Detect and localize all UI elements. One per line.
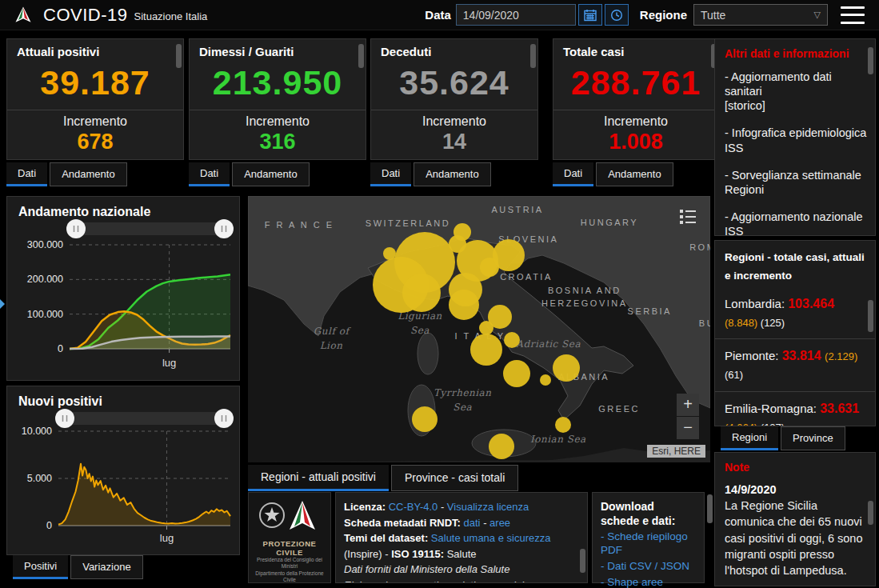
map-bubble[interactable]: [470, 334, 502, 366]
map-tabs: Regioni - attuali positivi Province - ca…: [248, 465, 521, 491]
map-bubble[interactable]: [412, 406, 438, 432]
regions-list: Lombardia: 103.464 (8.848) (125)Piemonte…: [715, 287, 875, 426]
nuovi-chart: 10.0005.0000lug: [7, 409, 239, 551]
time-slider-track[interactable]: [58, 412, 230, 425]
protezione-civile-logo-panel: PROTEZIONE CIVILE Presidenza del Consigl…: [248, 492, 331, 583]
scrollbar-thumb[interactable]: [580, 549, 585, 573]
map-bubble[interactable]: [540, 374, 551, 386]
logo-org-line1: Presidenza del Consiglio dei Ministri: [249, 557, 330, 570]
time-slider-handle-left[interactable]: [66, 219, 86, 238]
italy-map[interactable]: F R A N C ESWITZERLANDAUSTRIASLOVENIAHUN…: [248, 196, 710, 462]
hamburger-menu-button[interactable]: [841, 6, 865, 24]
tab-andamento[interactable]: Andamento: [232, 162, 310, 186]
app-header: COVID-19 Situazione Italia Data Regione: [0, 0, 879, 30]
tab-positivi[interactable]: Positivi: [13, 555, 68, 579]
inline-link[interactable]: Visualizza licenza: [447, 501, 529, 513]
map-bubble[interactable]: [553, 354, 580, 382]
stat-card-tabs: DatiAndamento: [189, 162, 312, 186]
regions-panel-title: Regioni - totale casi, attuali e increme…: [715, 241, 875, 287]
panel-expand-arrow[interactable]: [0, 299, 5, 309]
inline-link[interactable]: Salute umana e sicurezza: [431, 532, 551, 544]
info-link[interactable]: - Infografica epidemiologica ISS: [715, 119, 875, 161]
scrollbar-thumb[interactable]: [530, 44, 536, 68]
tab-province[interactable]: Province: [781, 426, 845, 450]
tab-andamento[interactable]: Andamento: [596, 162, 673, 186]
map-bubble[interactable]: [449, 290, 479, 320]
scrollbar-thumb[interactable]: [868, 47, 873, 74]
app-title: COVID-19: [43, 5, 127, 26]
nuovi-panel: Nuovi positivi 10.0005.0000lug: [6, 386, 240, 555]
info-link[interactable]: - Sorveglianza settimanale Regioni: [715, 162, 875, 203]
tab-dati[interactable]: Dati: [553, 162, 593, 186]
tab-dati[interactable]: Dati: [6, 162, 47, 186]
region-row: Emilia-Romagna: 33.631 (4.064) (127): [715, 391, 875, 426]
y-axis-tick-label: 200.000: [27, 274, 63, 285]
region-dropdown[interactable]: Tutte ▽: [693, 4, 828, 26]
date-input[interactable]: [456, 4, 576, 26]
calendar-icon: [584, 9, 597, 22]
time-slider-handle-right[interactable]: [214, 409, 234, 428]
scrollbar-thumb[interactable]: [176, 44, 182, 68]
calendar-button[interactable]: [578, 4, 602, 26]
clock-icon: [610, 9, 623, 22]
y-axis-tick-label: 5.000: [27, 473, 52, 484]
map-bubble[interactable]: [402, 274, 441, 312]
inline-link[interactable]: aree: [489, 517, 510, 529]
note-date: 14/9/2020: [715, 477, 875, 496]
info-panel-title: Altri dati e informazioni: [715, 39, 875, 63]
tab-variazione[interactable]: Variazione: [70, 555, 142, 579]
map-bubble[interactable]: [555, 417, 571, 433]
time-slider-handle-left[interactable]: [55, 409, 74, 428]
download-link[interactable]: - Dati CSV / JSON: [601, 558, 696, 574]
download-links: - Schede riepilogo PDF- Dati CSV / JSON-…: [601, 528, 696, 588]
map-bubble[interactable]: [493, 239, 525, 271]
region-total-cases: 33.814: [782, 349, 825, 362]
stat-card-value: 35.624: [371, 63, 537, 102]
license-line: Temi del dataset: Salute umana e sicurez…: [344, 530, 579, 562]
map-legend-button[interactable]: [672, 201, 704, 233]
note-body: La Regione Sicilia comunica che dei 65 n…: [715, 496, 875, 578]
series-area: [58, 464, 230, 526]
scrollbar-thumb[interactable]: [707, 494, 713, 523]
map-bubble[interactable]: [504, 332, 520, 348]
tab-regioni[interactable]: Regioni: [721, 426, 778, 450]
download-link[interactable]: - Schede riepilogo PDF: [601, 528, 696, 558]
text-segment: -: [481, 517, 490, 529]
increment-label: Incremento: [553, 114, 718, 129]
tab-dati[interactable]: Dati: [189, 162, 230, 186]
scrollbar-thumb[interactable]: [358, 44, 364, 68]
info-link[interactable]: - Aggiornamento dati sanitari [storico]: [715, 63, 875, 119]
hamburger-bar: [841, 22, 865, 24]
tab-map-province[interactable]: Province - casi totali: [391, 465, 518, 491]
map-bubble[interactable]: [503, 360, 530, 387]
license-lines: Licenza: CC-BY-4.0 - Visualizza licenzaS…: [344, 499, 579, 583]
text-segment: Scheda metadati RNDT:: [344, 517, 464, 529]
scrollbar-thumb[interactable]: [868, 501, 873, 525]
y-axis-tick-label: 0: [46, 520, 52, 531]
chart-svg: 10.0005.0000lug: [7, 409, 241, 548]
scrollbar-thumb[interactable]: [868, 300, 873, 332]
zoom-out-button[interactable]: −: [677, 417, 699, 439]
license-panel: Licenza: CC-BY-4.0 - Visualizza licenzaS…: [335, 492, 588, 583]
license-line: Scheda metadati RNDT: dati - aree: [344, 515, 579, 531]
zoom-in-button[interactable]: +: [677, 394, 699, 416]
download-link[interactable]: - Shape aree: [601, 574, 696, 588]
tab-dati[interactable]: Dati: [370, 162, 411, 186]
text-segment: Temi del dataset:: [344, 532, 431, 544]
tab-andamento[interactable]: Andamento: [414, 162, 491, 186]
inline-link[interactable]: CC-BY-4.0: [389, 501, 438, 513]
logo-org-name: PROTEZIONE CIVILE: [249, 539, 330, 557]
time-slider-handle-right[interactable]: [214, 219, 234, 238]
andamento-panel: Andamento nazionale 300.000200.000100.00…: [6, 196, 240, 381]
map-bubble[interactable]: [479, 321, 493, 335]
app-subtitle: Situazione Italia: [134, 10, 207, 22]
tab-andamento[interactable]: Andamento: [50, 162, 127, 186]
tab-map-regioni[interactable]: Regioni - attuali positivi: [248, 465, 389, 491]
time-button[interactable]: [605, 4, 629, 26]
inline-link[interactable]: dati: [464, 517, 481, 529]
map-bubble[interactable]: [489, 434, 514, 459]
time-slider-track[interactable]: [70, 222, 230, 235]
region-label: Regione: [640, 8, 687, 22]
info-link[interactable]: - Aggiornamento nazionale ISS [storico]: [715, 203, 875, 236]
text-segment: ISO 19115:: [391, 548, 446, 560]
